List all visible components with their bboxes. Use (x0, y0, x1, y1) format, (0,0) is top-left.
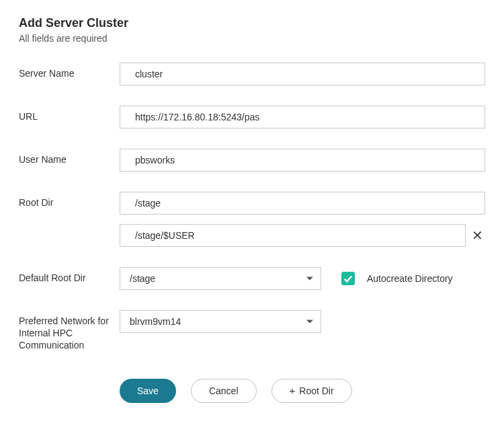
add-root-dir-button[interactable]: + Root Dir (271, 379, 352, 403)
user-name-input[interactable] (120, 149, 485, 172)
check-icon (343, 274, 353, 283)
root-dir-extra-input[interactable] (120, 224, 466, 247)
page-title: Add Server Cluster (19, 16, 485, 30)
save-button[interactable]: Save (120, 379, 176, 403)
page-subtitle: All fields are required (19, 33, 485, 44)
url-label: URL (19, 106, 120, 122)
cancel-button[interactable]: Cancel (191, 379, 257, 403)
close-icon[interactable]: ✕ (470, 229, 485, 242)
url-input[interactable] (120, 106, 485, 128)
plus-icon: + (290, 385, 296, 396)
root-dir-input[interactable] (120, 192, 485, 215)
autocreate-directory-checkbox[interactable] (341, 272, 355, 285)
add-root-dir-button-label: Root Dir (299, 385, 333, 396)
default-root-dir-label: Default Root Dir (19, 267, 120, 284)
user-name-label: User Name (19, 149, 120, 165)
server-name-input[interactable] (120, 63, 485, 85)
server-name-label: Server Name (19, 63, 120, 79)
default-root-dir-select[interactable]: /stage (120, 267, 321, 290)
preferred-network-select[interactable]: blrvm9vm14 (120, 310, 321, 333)
root-dir-label: Root Dir (19, 192, 120, 209)
preferred-network-label: Preferred Network for Internal HPC Commu… (19, 310, 120, 352)
root-dir-extra-spacer (19, 224, 120, 229)
autocreate-directory-label: Autocreate Directory (367, 273, 453, 284)
